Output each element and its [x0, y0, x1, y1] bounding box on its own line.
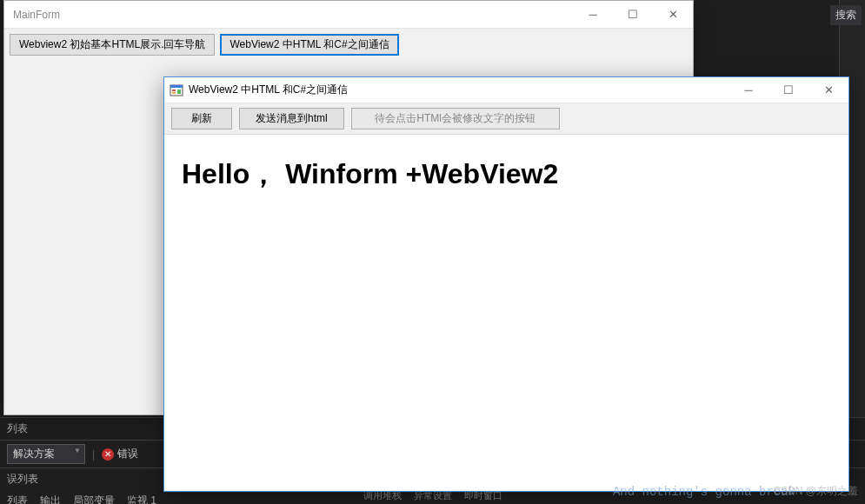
ide-list-label: 列表	[7, 421, 28, 436]
form-icon	[170, 83, 183, 97]
tab-locals[interactable]: 局部变量	[73, 494, 115, 504]
send-message-button[interactable]: 发送消息到html	[239, 108, 344, 129]
hello-heading: Hello， Winform +WebView2	[182, 156, 831, 194]
webview-comm-button[interactable]: WebView2 中HTML 和C#之间通信	[220, 34, 398, 56]
error-filter[interactable]: ✕ 错误	[102, 447, 138, 461]
webview-basic-button[interactable]: Webview2 初始基本HTML展示.回车导航	[10, 34, 215, 56]
tab-watch[interactable]: 监视 1	[127, 494, 156, 504]
childform-titlebar[interactable]: WebView2 中HTML 和C#之间通信 ─ ☐ ✕	[164, 77, 848, 103]
tab-output[interactable]: 输出	[40, 494, 61, 504]
mainform-body: Webview2 初始基本HTML展示.回车导航 WebView2 中HTML …	[4, 29, 693, 61]
mainform-title: MainForm	[4, 9, 573, 21]
mainform-titlebar[interactable]: MainForm ─ ☐ ✕	[4, 1, 693, 29]
svg-rect-3	[172, 92, 176, 94]
webview-content: Hello， Winform +WebView2	[164, 135, 848, 215]
separator: |	[92, 448, 95, 461]
svg-rect-2	[172, 90, 176, 91]
svg-rect-1	[170, 85, 183, 88]
ide-search-box[interactable]: 搜索	[830, 5, 862, 25]
childform-title: WebView2 中HTML 和C#之间通信	[189, 83, 729, 97]
watermark-lyric: And nothing's gonna break	[613, 485, 795, 499]
close-button[interactable]: ✕	[653, 1, 693, 29]
tab-list[interactable]: 列表	[7, 494, 28, 504]
child-maximize-button[interactable]: ☐	[769, 76, 808, 104]
childform-toolbar: 刷新 发送消息到html 待会点击HTMl会被修改文字的按钮	[164, 103, 848, 135]
error-list-label: 误列表	[7, 472, 38, 487]
watermark-credit: CSDN @东明之羞	[773, 484, 858, 499]
maximize-button[interactable]: ☐	[613, 1, 653, 29]
refresh-button[interactable]: 刷新	[171, 108, 232, 129]
minimize-button[interactable]: ─	[573, 1, 613, 29]
child-close-button[interactable]: ✕	[808, 76, 848, 104]
svg-rect-4	[177, 90, 181, 94]
placeholder-button[interactable]: 待会点击HTMl会被修改文字的按钮	[351, 108, 560, 129]
childform-window: WebView2 中HTML 和C#之间通信 ─ ☐ ✕ 刷新 发送消息到htm…	[163, 76, 849, 492]
error-icon: ✕	[102, 448, 114, 461]
child-minimize-button[interactable]: ─	[729, 76, 769, 104]
solution-dropdown[interactable]: 解决方案	[7, 444, 85, 464]
